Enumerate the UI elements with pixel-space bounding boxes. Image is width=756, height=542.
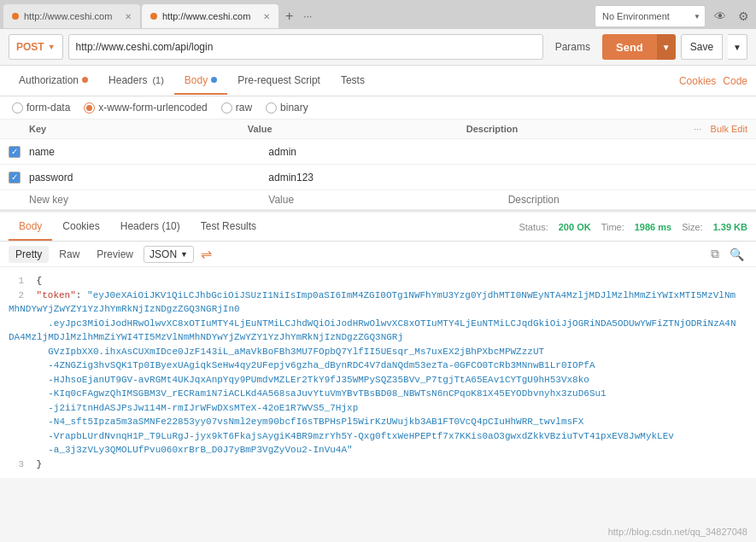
- tab-pre-request-label: Pre-request Script: [237, 74, 320, 86]
- tab-headers-badge: (1): [152, 75, 163, 85]
- cookies-link[interactable]: Cookies: [679, 75, 716, 87]
- dots-col-header: ···: [685, 124, 711, 134]
- res-tab-cookies[interactable]: Cookies: [52, 213, 109, 241]
- method-chevron-icon: ▼: [48, 43, 56, 51]
- browser-tab-1[interactable]: http://www.ceshi.com ✕: [3, 4, 140, 28]
- tab-close-2[interactable]: ✕: [263, 12, 270, 21]
- radio-form-data[interactable]: form-data: [12, 102, 70, 114]
- row1-key[interactable]: name: [29, 146, 268, 158]
- tab-label-1: http://www.ceshi.com: [24, 11, 112, 21]
- env-area: No Environment 👁 ⚙: [595, 5, 753, 27]
- url-bar: POST ▼ Params Send ▼ Save ▼: [0, 29, 756, 66]
- body-type-bar: form-data x-www-form-urlencoded raw bina…: [0, 96, 756, 119]
- table-header: Key Value Description ··· Bulk Edit: [0, 119, 756, 139]
- radio-binary-label: binary: [280, 102, 308, 114]
- response-toolbar: Pretty Raw Preview JSON ▼ ⇌ ⧉ 🔍: [0, 242, 756, 267]
- view-preview-button[interactable]: Preview: [90, 246, 140, 263]
- radio-raw-circle: [221, 102, 232, 114]
- code-line-2: 2 "token": "eyJ0eXAiOiJKV1QiLCJhbGciOiJS…: [9, 288, 747, 457]
- res-tab-body[interactable]: Body: [9, 213, 52, 241]
- env-select-wrapper: No Environment: [595, 5, 706, 27]
- tab-label-2: http://www.ceshi.com: [162, 11, 250, 21]
- eye-icon-button[interactable]: 👁: [711, 8, 730, 25]
- row1-value[interactable]: admin: [268, 146, 507, 158]
- tab-body-label: Body: [185, 74, 208, 86]
- status-code: 200 OK: [559, 222, 591, 232]
- token-key: "token": [37, 290, 76, 300]
- response-tabs: Body Cookies Headers (10) Test Results S…: [0, 211, 756, 242]
- method-select[interactable]: POST ▼: [9, 34, 63, 60]
- line-brace-open: {: [37, 276, 43, 286]
- settings-icon-button[interactable]: ⚙: [735, 8, 753, 25]
- tab-headers-label: Headers: [108, 74, 147, 86]
- line-num-2: 2: [9, 288, 24, 303]
- env-select[interactable]: No Environment: [595, 5, 706, 27]
- browser-tabs-bar: http://www.ceshi.com ✕ http://www.ceshi.…: [0, 0, 756, 29]
- res-tab-headers[interactable]: Headers (10): [110, 213, 190, 241]
- tab-dot-2: [150, 13, 157, 20]
- row1-checkbox[interactable]: [9, 146, 21, 158]
- new-tab-button[interactable]: +: [280, 9, 298, 24]
- radio-form-data-label: form-data: [26, 102, 70, 114]
- format-icon-button[interactable]: ⇌: [201, 246, 212, 262]
- params-button[interactable]: Params: [548, 38, 597, 56]
- time-label: Time:: [601, 222, 624, 232]
- code-area: 1 { 2 "token": "eyJ0eXAiOiJKV1QiLCJhbGci…: [0, 267, 756, 478]
- radio-binary-circle: [266, 102, 277, 114]
- tab-headers[interactable]: Headers (1): [98, 67, 174, 95]
- time-value: 1986 ms: [635, 222, 671, 232]
- send-dropdown-button[interactable]: ▼: [657, 34, 676, 60]
- new-desc-input[interactable]: [508, 194, 747, 206]
- code-link[interactable]: Code: [723, 75, 747, 87]
- radio-urlencoded[interactable]: x-www-form-urlencoded: [84, 102, 207, 114]
- watermark: http://blog.csdn.net/qq_34827048: [608, 527, 747, 537]
- tab-dot-1: [12, 13, 19, 20]
- row2-value[interactable]: admin123: [268, 172, 507, 184]
- size-value: 1.39 KB: [713, 222, 747, 232]
- size-label: Size:: [682, 222, 702, 232]
- code-line-3: 3 }: [9, 457, 747, 472]
- line-num-3: 3: [9, 457, 24, 472]
- send-btn-group: Send ▼: [602, 34, 676, 60]
- line-brace-close: }: [37, 459, 43, 469]
- view-raw-button[interactable]: Raw: [52, 246, 86, 263]
- tab-body[interactable]: Body: [174, 67, 227, 95]
- new-value-input[interactable]: [268, 194, 507, 206]
- save-dropdown-button[interactable]: ▼: [728, 34, 747, 60]
- radio-urlencoded-label: x-www-form-urlencoded: [98, 102, 207, 114]
- radio-binary[interactable]: binary: [266, 102, 308, 114]
- save-button[interactable]: Save: [681, 34, 723, 60]
- token-value: "eyJ0eXAiOiJKV1QiLCJhbGciOiJSUzI1NiIsImp…: [9, 290, 736, 456]
- search-icon-button[interactable]: 🔍: [726, 245, 747, 263]
- send-button[interactable]: Send: [602, 34, 657, 60]
- table-row: password admin123: [0, 165, 756, 190]
- browser-tab-2[interactable]: http://www.ceshi.com ✕: [142, 4, 278, 28]
- tab-pre-request[interactable]: Pre-request Script: [227, 67, 331, 95]
- radio-urlencoded-circle: [84, 102, 95, 114]
- tab-tests[interactable]: Tests: [331, 67, 375, 95]
- bulk-edit-button[interactable]: Bulk Edit: [711, 124, 747, 134]
- new-key-input[interactable]: [29, 194, 268, 206]
- tab-close-1[interactable]: ✕: [125, 12, 132, 21]
- row2-key[interactable]: password: [29, 172, 268, 184]
- desc-col-header: Description: [466, 124, 685, 134]
- request-tabs: Authorization Headers (1) Body Pre-reque…: [0, 66, 756, 96]
- response-status: Status: 200 OK Time: 1986 ms Size: 1.39 …: [519, 222, 747, 232]
- tab-authorization[interactable]: Authorization: [9, 67, 98, 95]
- copy-icon-button[interactable]: ⧉: [707, 245, 723, 263]
- tab-authorization-label: Authorization: [19, 74, 79, 86]
- format-chevron-icon: ▼: [180, 250, 188, 259]
- key-col-header: Key: [29, 124, 248, 134]
- res-tab-tests[interactable]: Test Results: [190, 213, 267, 241]
- more-tabs-button[interactable]: ···: [300, 10, 315, 22]
- view-pretty-button[interactable]: Pretty: [9, 246, 49, 263]
- row2-checkbox[interactable]: [9, 172, 21, 184]
- status-label: Status:: [519, 222, 548, 232]
- line-num-1: 1: [9, 274, 24, 288]
- format-select[interactable]: JSON ▼: [144, 246, 194, 263]
- body-dot: [211, 77, 217, 83]
- url-input[interactable]: [68, 34, 543, 60]
- radio-raw[interactable]: raw: [221, 102, 252, 114]
- radio-form-data-circle: [12, 102, 23, 114]
- method-label: POST: [16, 41, 44, 53]
